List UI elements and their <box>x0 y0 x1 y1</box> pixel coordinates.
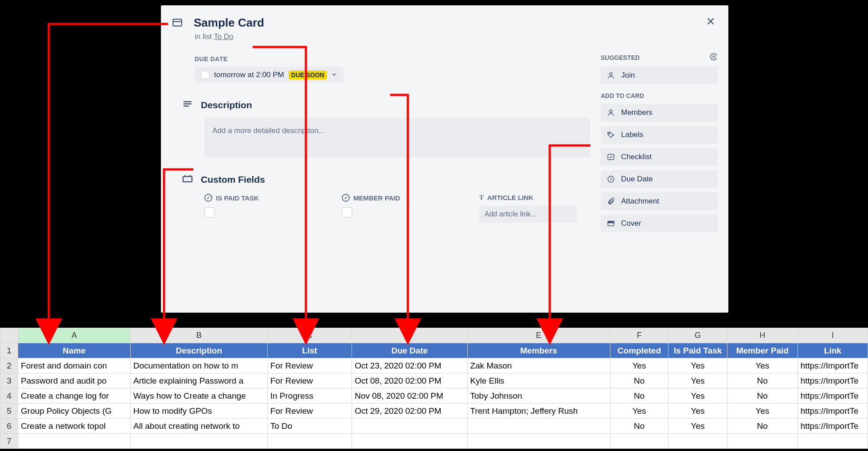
gear-icon[interactable] <box>710 53 718 62</box>
cell[interactable] <box>130 434 267 449</box>
col-header-H[interactable]: H <box>727 328 798 343</box>
row-num[interactable]: 2 <box>0 358 18 373</box>
row-num-1[interactable]: 1 <box>0 343 18 358</box>
cell[interactable]: In Progress <box>267 388 352 404</box>
cell[interactable]: Yes <box>669 358 727 373</box>
members-button[interactable]: Members <box>601 104 718 122</box>
labels-button[interactable]: Labels <box>601 126 718 144</box>
cell[interactable]: For Review <box>267 373 352 388</box>
cell[interactable]: Create a network topol <box>18 419 131 434</box>
cell[interactable]: https://ImportTe <box>798 373 868 388</box>
header-cell[interactable]: Completed <box>610 343 669 358</box>
cell[interactable]: Toby Johnson <box>467 388 610 404</box>
cell[interactable] <box>352 434 467 449</box>
header-cell[interactable]: Members <box>467 343 610 358</box>
cell[interactable] <box>267 434 352 449</box>
cell[interactable]: No <box>610 388 669 404</box>
cover-button[interactable]: Cover <box>601 215 718 232</box>
cell[interactable]: Password and audit po <box>18 373 131 388</box>
cf-article-link-input[interactable]: Add article link... <box>479 206 577 223</box>
cell[interactable]: For Review <box>267 358 352 373</box>
header-cell[interactable]: Link <box>798 343 868 358</box>
col-header-D[interactable]: D <box>352 328 467 343</box>
cell[interactable]: Group Policy Objects (G <box>18 404 131 419</box>
cell[interactable]: Oct 23, 2020 02:00 PM <box>352 358 467 373</box>
cell[interactable]: Trent Hampton; Jeffery Rush <box>467 404 610 419</box>
cell[interactable]: No <box>727 373 798 388</box>
cell[interactable]: Kyle Ellis <box>467 373 610 388</box>
corner-cell[interactable] <box>0 328 18 343</box>
cell[interactable] <box>669 434 727 449</box>
close-button[interactable] <box>703 14 719 30</box>
header-cell[interactable]: Name <box>18 343 131 358</box>
cell[interactable]: Yes <box>669 373 727 388</box>
col-header-G[interactable]: G <box>669 328 727 343</box>
cell[interactable]: For Review <box>267 404 352 419</box>
cell[interactable]: Create a change log for <box>18 388 131 404</box>
due-date-control[interactable]: tomorrow at 2:00 PM DUE SOON <box>195 67 344 83</box>
cell[interactable]: No <box>727 419 798 434</box>
header-cell[interactable]: Is Paid Task <box>669 343 727 358</box>
sheet-table[interactable]: ABCDEFGHI 1NameDescriptionListDue DateMe… <box>0 328 868 449</box>
cell[interactable] <box>467 434 610 449</box>
cell[interactable] <box>727 434 798 449</box>
col-header-F[interactable]: F <box>610 328 669 343</box>
row-num[interactable]: 4 <box>0 388 18 404</box>
description-input[interactable]: Add a more detailed description... <box>204 118 590 157</box>
cell[interactable]: Documentation on how to m <box>130 358 267 373</box>
cell[interactable]: No <box>610 419 669 434</box>
cell[interactable]: Yes <box>727 404 798 419</box>
cell[interactable]: https://ImportTe <box>798 404 868 419</box>
cell[interactable]: No <box>727 388 798 404</box>
row-num[interactable]: 6 <box>0 419 18 434</box>
cell[interactable]: Oct 08, 2020 02:00 PM <box>352 373 467 388</box>
row-num[interactable]: 5 <box>0 404 18 419</box>
cell[interactable]: How to modify GPOs <box>130 404 267 419</box>
cell[interactable]: Yes <box>669 404 727 419</box>
header-cell[interactable]: Member Paid <box>727 343 798 358</box>
cell[interactable]: Yes <box>610 404 669 419</box>
cell[interactable] <box>352 419 467 434</box>
cell[interactable]: Forest and domain con <box>18 358 131 373</box>
header-cell[interactable]: Description <box>130 343 267 358</box>
cell[interactable] <box>798 434 868 449</box>
col-header-C[interactable]: C <box>267 328 352 343</box>
cell[interactable] <box>610 434 669 449</box>
cell[interactable]: Article explaining Password a <box>130 373 267 388</box>
card-modal: Sample Card in list To Do DUE DATE tomor… <box>161 5 728 313</box>
col-header-I[interactable]: I <box>798 328 868 343</box>
header-cell[interactable]: List <box>267 343 352 358</box>
join-button[interactable]: Join <box>601 67 718 84</box>
cell[interactable]: https://ImportTe <box>798 358 868 373</box>
cell[interactable]: Yes <box>669 388 727 404</box>
cell[interactable] <box>467 419 610 434</box>
cell[interactable]: Oct 29, 2020 02:00 PM <box>352 404 467 419</box>
cell[interactable]: To Do <box>267 419 352 434</box>
cell[interactable]: Nov 08, 2020 02:00 PM <box>352 388 467 404</box>
col-header-E[interactable]: E <box>467 328 610 343</box>
cell[interactable]: Yes <box>669 419 727 434</box>
cell[interactable]: No <box>610 373 669 388</box>
list-link[interactable]: To Do <box>214 32 233 41</box>
card-main: DUE DATE tomorrow at 2:00 PM DUE SOON De… <box>172 45 601 237</box>
cell[interactable]: https://ImportTe <box>798 388 868 404</box>
due-checkbox[interactable] <box>201 71 210 79</box>
row-num[interactable]: 7 <box>0 434 18 449</box>
cell[interactable]: Zak Mason <box>467 358 610 373</box>
cell[interactable]: Yes <box>727 358 798 373</box>
col-header-A[interactable]: A <box>18 328 131 343</box>
cell[interactable]: https://ImportTe <box>798 419 868 434</box>
cf-member-paid-checkbox[interactable] <box>342 207 352 218</box>
cell[interactable] <box>18 434 131 449</box>
row-num[interactable]: 3 <box>0 373 18 388</box>
card-title[interactable]: Sample Card <box>194 12 718 30</box>
attachment-button[interactable]: Attachment <box>601 192 718 210</box>
cell[interactable]: Ways how to Create a change <box>130 388 267 404</box>
due-date-button[interactable]: Due Date <box>601 170 718 188</box>
cf-is-paid-checkbox[interactable] <box>204 207 215 218</box>
checklist-button[interactable]: Checklist <box>601 148 718 166</box>
cell[interactable]: Yes <box>610 358 669 373</box>
col-header-B[interactable]: B <box>130 328 267 343</box>
header-cell[interactable]: Due Date <box>352 343 467 358</box>
cell[interactable]: All about creating network to <box>130 419 267 434</box>
